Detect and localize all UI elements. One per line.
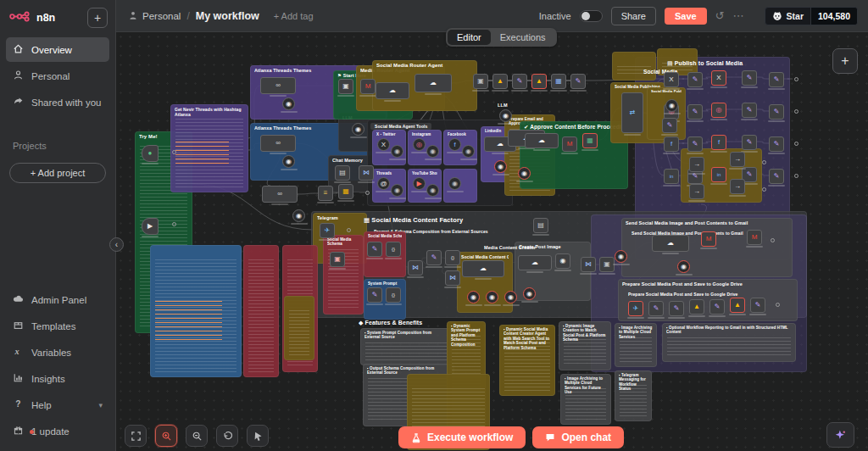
new-workflow-button[interactable]: + — [87, 8, 108, 28]
node-pen-x-2[interactable]: ✎ — [742, 70, 757, 86]
fit-view-button[interactable] — [125, 425, 147, 447]
node-openai-5[interactable]: ◉ — [292, 209, 305, 222]
sticky-olive-inner[interactable] — [284, 296, 314, 360]
node-openai-4[interactable]: ◉ — [499, 109, 512, 122]
github-star-button[interactable]: Star — [765, 8, 810, 25]
node-approve-cloud[interactable]: ☁ — [525, 133, 559, 148]
node-gpt-1[interactable]: ◉ — [467, 291, 480, 303]
node-zip-file[interactable]: ▣ — [473, 74, 488, 89]
node-pen-2[interactable]: ✎ — [570, 74, 586, 89]
share-button[interactable]: Share — [611, 7, 656, 25]
node-response-2[interactable]: ✎ — [769, 104, 784, 120]
node-brace-3[interactable]: {} — [445, 250, 460, 265]
workflow-title[interactable]: My workflow — [196, 10, 259, 22]
node-gmail-send[interactable]: M — [701, 231, 716, 247]
node-arrow-1[interactable]: → — [689, 157, 704, 172]
group-save-drive[interactable]: Prepare Social Media Post and Save to Go… — [618, 279, 798, 321]
node-arrow-3[interactable]: → — [730, 152, 745, 167]
node-pen-s2[interactable]: ✎ — [367, 287, 382, 303]
node-pen-ig[interactable]: ✎ — [687, 104, 703, 120]
execute-workflow-button[interactable]: Execute workflow — [398, 426, 526, 448]
add-tag-button[interactable]: + Add tag — [274, 11, 314, 21]
sticky-red-schema-1[interactable] — [243, 245, 279, 377]
node-pen-x[interactable]: ✎ — [687, 72, 703, 87]
node-chat-trigger[interactable]: ▶ — [142, 218, 159, 235]
node-drive-pen-4[interactable]: ✎ — [750, 298, 765, 313]
sticky-feat-dynamic-image[interactable]: ▪ Dynamic Image Creation to Match Social… — [559, 321, 611, 370]
node-response-4[interactable]: ✎ — [769, 169, 784, 184]
node-openai-big[interactable]: ◉ — [615, 250, 627, 263]
more-options-icon[interactable]: ⋯ — [733, 9, 744, 22]
node-arrow-2[interactable]: → — [689, 184, 704, 199]
node-tool-yt-2[interactable]: ◉ — [426, 184, 439, 197]
label-factory[interactable]: ▦ Social Media Content Factory — [360, 214, 555, 226]
node-creator-cloud[interactable]: ☁ — [462, 260, 504, 277]
node-tool-yt-1[interactable]: ▶ — [413, 177, 426, 190]
node-memory-2[interactable]: ▤ — [533, 218, 548, 233]
sidebar-item-overview[interactable]: Overview — [6, 37, 109, 62]
node-gdrive-save-2[interactable]: ▲ — [730, 298, 745, 313]
zoom-in-button[interactable] — [155, 425, 177, 447]
node-merge-threads[interactable]: ⋈ — [359, 165, 374, 181]
node-tg-status[interactable]: ✈ — [628, 301, 643, 316]
sticky-feat-telegram[interactable]: ▪ Telegram Messaging for Workflow Status — [615, 370, 652, 421]
node-gmail-send-2[interactable]: M — [747, 230, 762, 245]
reset-zoom-button[interactable] — [216, 425, 238, 447]
node-telegram-1[interactable]: ✈ — [320, 223, 335, 238]
node-schema-file[interactable]: ▣ — [330, 252, 345, 267]
node-approve-gmail[interactable]: M — [562, 136, 577, 152]
node-router-cloud-2[interactable]: ☁ — [415, 74, 452, 92]
node-x-post-2[interactable]: X — [711, 70, 726, 86]
node-html-report[interactable]: ≡ — [318, 186, 333, 201]
node-calendar-1[interactable]: ▦ — [551, 74, 566, 89]
node-pen-1[interactable]: ✎ — [512, 74, 527, 89]
history-icon[interactable]: ↺ — [715, 9, 725, 22]
node-brace-2[interactable]: {} — [386, 287, 401, 303]
node-tool-x-2[interactable]: ◉ — [391, 145, 403, 158]
node-tool-ig-2[interactable]: ◉ — [426, 145, 439, 158]
node-pen-s3[interactable]: ✎ — [426, 250, 442, 265]
node-x-post[interactable]: X — [664, 72, 679, 87]
node-li-post-2[interactable]: in — [711, 167, 726, 182]
node-atlanxa-tool-1[interactable]: ∞ — [260, 77, 296, 94]
node-gmail-start[interactable]: M — [360, 79, 376, 94]
node-tool-ig-1[interactable]: ◎ — [413, 138, 426, 151]
node-merge-1[interactable]: ⋈ — [408, 260, 423, 276]
label-media-content-creator[interactable]: Media Content Creator — [481, 243, 554, 252]
node-linkedin-circ[interactable]: ◉ — [494, 160, 507, 173]
node-openai-2[interactable]: ◉ — [282, 155, 295, 168]
open-chat-button[interactable]: Open chat — [532, 426, 624, 448]
node-brace-1[interactable]: {} — [386, 242, 401, 257]
save-button[interactable]: Save — [665, 8, 707, 25]
node-publishing-router[interactable]: ⇄ — [621, 92, 643, 133]
workflow-canvas[interactable]: Try Me!Get Nevir Threads with Hashtag At… — [116, 32, 868, 451]
node-create-image-cloud[interactable]: ☁ — [518, 255, 552, 270]
sticky-feat-system-prompt[interactable]: ▪ System Prompt Composition from Externa… — [360, 328, 452, 365]
node-report-tool[interactable]: ∞ — [262, 186, 298, 203]
sidebar-item-insights[interactable]: Insights — [6, 366, 109, 391]
tab-executions[interactable]: Executions — [491, 30, 555, 45]
node-pen-ig-2[interactable]: ✎ — [742, 103, 757, 118]
node-tool-ex-1[interactable]: ◉ — [448, 177, 461, 190]
node-tool-x-1[interactable]: X — [377, 138, 390, 151]
node-tool-fb-2[interactable]: ◉ — [462, 145, 475, 158]
node-response-1[interactable]: ✎ — [769, 72, 784, 87]
node-gmail-gpt[interactable]: ◉ — [677, 260, 690, 273]
node-openai-1[interactable]: ◉ — [282, 97, 295, 110]
label-save-drive-2[interactable]: Prepare Social Media Post and Save to Go… — [625, 290, 794, 298]
ai-assistant-button[interactable] — [826, 422, 854, 448]
node-create-image-openai[interactable]: ◉ — [555, 253, 570, 269]
node-arrow-4[interactable]: → — [730, 179, 745, 194]
node-create-image-circ[interactable]: ◉ — [523, 287, 536, 300]
sidebar-item-admin-panel[interactable]: Admin Panel — [6, 287, 109, 312]
sidebar-item-help[interactable]: ? Help ▾ — [6, 393, 109, 417]
node-fb-post-2[interactable]: f — [711, 135, 726, 150]
node-tool-th-2[interactable]: ◉ — [391, 184, 403, 197]
sidebar-item-updates[interactable]: 1 update — [6, 419, 109, 443]
node-drive-pen-3[interactable]: ✎ — [709, 299, 725, 315]
node-gdrive-save-1[interactable]: ▲ — [689, 299, 704, 315]
sticky-olive-note-1[interactable] — [612, 52, 656, 81]
breadcrumb-owner[interactable]: Personal — [128, 10, 181, 22]
node-chart-report[interactable]: ▦ — [338, 184, 353, 199]
node-pub-r2-circ[interactable]: ◉ — [665, 99, 678, 112]
